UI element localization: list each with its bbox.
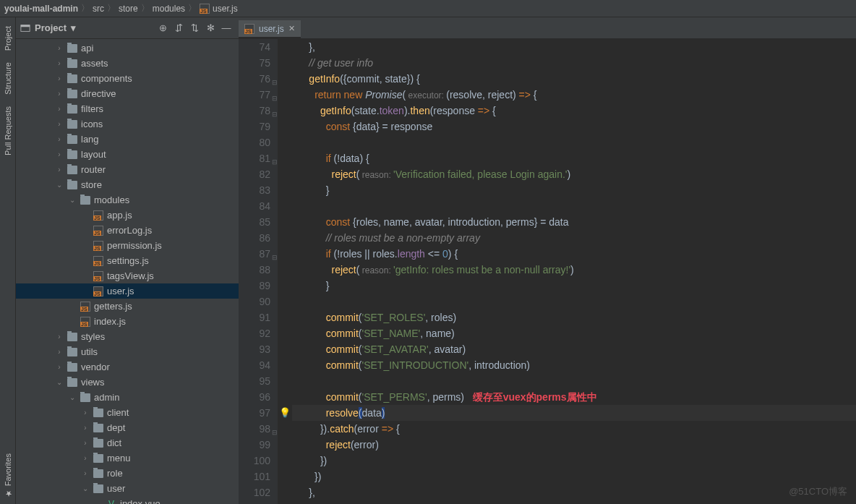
chevron-down-icon[interactable]: ⌄	[68, 393, 77, 401]
fold-icon[interactable]: ⊟	[270, 424, 278, 432]
tree-node[interactable]: permission.js	[16, 238, 239, 253]
tool-tab-project[interactable]: Project	[2, 20, 14, 56]
tree-node[interactable]: errorLog.js	[16, 223, 239, 238]
close-icon[interactable]: ✕	[288, 24, 295, 33]
code-line[interactable]: },	[292, 484, 856, 500]
chevron-right-icon[interactable]: ›	[55, 90, 64, 98]
tree-node[interactable]: tagsView.js	[16, 268, 239, 283]
breadcrumb-segment[interactable]: store	[119, 4, 138, 14]
project-tree[interactable]: ›api›assets›components›directive›filters…	[16, 39, 239, 504]
code-line[interactable]: reject( reason: 'Verification failed, pl…	[292, 166, 856, 182]
code-line[interactable]: 💡 resolve(data)	[292, 405, 856, 421]
chevron-right-icon[interactable]: ›	[55, 363, 64, 371]
breadcrumb-segment[interactable]: user.js	[200, 4, 238, 14]
code-line[interactable]	[292, 198, 856, 214]
code-line[interactable]: },	[292, 39, 856, 55]
fold-icon[interactable]: ⊟	[270, 74, 278, 82]
locate-icon[interactable]: ⊕	[155, 20, 171, 36]
tool-tab-pull-requests[interactable]: Pull Requests	[2, 101, 14, 161]
code-line[interactable]: reject(error)	[292, 437, 856, 453]
chevron-right-icon[interactable]: ›	[81, 424, 90, 432]
code-line[interactable]: reject( reason: 'getInfo: roles must be …	[292, 262, 856, 278]
fold-icon[interactable]: ⊟	[270, 249, 278, 257]
expand-all-icon[interactable]: ⇵	[171, 20, 187, 36]
code-line[interactable]: getInfo({commit, state}) {	[292, 71, 856, 87]
chevron-right-icon[interactable]: ›	[55, 348, 64, 356]
settings-icon[interactable]: ✻	[202, 20, 218, 36]
tree-node[interactable]: ⌄views	[16, 375, 239, 390]
project-panel-title[interactable]: Project ▾	[20, 22, 76, 33]
tool-tab-favorites[interactable]: ★ Favorites	[1, 448, 14, 504]
tree-node[interactable]: ⌄store	[16, 177, 239, 192]
chevron-down-icon[interactable]: ⌄	[55, 181, 64, 189]
code-line[interactable]: }	[292, 182, 856, 198]
tree-node[interactable]: ⌄admin	[16, 390, 239, 405]
code-line[interactable]: if (!data) {	[292, 150, 856, 166]
chevron-right-icon[interactable]: ›	[81, 469, 90, 477]
tree-node[interactable]: ›router	[16, 162, 239, 177]
code-line[interactable]: commit('SET_NAME', name)	[292, 325, 856, 341]
tree-node[interactable]: ›role	[16, 466, 239, 481]
tree-node[interactable]: getters.js	[16, 299, 239, 314]
tree-node[interactable]: ›styles	[16, 329, 239, 344]
chevron-right-icon[interactable]: ›	[55, 105, 64, 113]
breadcrumb-segment[interactable]: youlai-mall-admin	[4, 4, 78, 14]
code-line[interactable]: // get user info	[292, 55, 856, 71]
tree-node[interactable]: ›dept	[16, 420, 239, 435]
code-line[interactable]: }).catch(error => {	[292, 421, 856, 437]
editor-tab-user-js[interactable]: user.js ✕	[239, 20, 301, 38]
collapse-all-icon[interactable]: ⇅	[187, 20, 202, 36]
code-line[interactable]: }	[292, 278, 856, 294]
code-line[interactable]: commit('SET_PERMS', perms) 缓存至vuex的perms…	[292, 389, 856, 405]
tree-node[interactable]: ›utils	[16, 344, 239, 359]
tree-node[interactable]: ›icons	[16, 116, 239, 132]
tree-node[interactable]: ›client	[16, 405, 239, 420]
tree-node[interactable]: app.js	[16, 208, 239, 223]
code-line[interactable]: commit('SET_INTRODUCTION', introduction)	[292, 357, 856, 373]
bulb-icon[interactable]: 💡	[279, 405, 291, 421]
code-line[interactable]: })	[292, 469, 856, 484]
chevron-right-icon[interactable]: ›	[81, 454, 90, 462]
tree-node[interactable]: ›lang	[16, 132, 239, 147]
chevron-down-icon[interactable]: ⌄	[55, 378, 64, 386]
tree-node[interactable]: ›api	[16, 40, 239, 56]
tree-node[interactable]: ›assets	[16, 56, 239, 71]
code-line[interactable]: return new Promise( executor: (resolve, …	[292, 87, 856, 103]
tree-node[interactable]: ⌄user	[16, 481, 239, 496]
chevron-right-icon[interactable]: ›	[55, 120, 64, 128]
chevron-right-icon[interactable]: ›	[55, 150, 64, 158]
code-line[interactable]: commit('SET_ROLES', roles)	[292, 309, 856, 325]
chevron-down-icon[interactable]: ⌄	[81, 484, 90, 492]
code-line[interactable]	[292, 134, 856, 150]
tree-node[interactable]: ›vendor	[16, 359, 239, 375]
tree-node[interactable]: ›layout	[16, 147, 239, 162]
tree-node[interactable]: ›components	[16, 71, 239, 86]
breadcrumb-segment[interactable]: src	[93, 4, 104, 14]
chevron-right-icon[interactable]: ›	[81, 409, 90, 417]
chevron-right-icon[interactable]: ›	[55, 74, 64, 82]
fold-icon[interactable]: ⊟	[270, 106, 278, 114]
tree-node[interactable]: ⌄modules	[16, 192, 239, 208]
chevron-down-icon[interactable]: ⌄	[68, 196, 77, 204]
chevron-right-icon[interactable]: ›	[55, 59, 64, 67]
tree-node[interactable]: ›menu	[16, 450, 239, 466]
tree-node[interactable]: Vindex.vue	[16, 496, 239, 504]
code-line[interactable]: if (!roles || roles.length <= 0) {	[292, 246, 856, 262]
code-line[interactable]: const {data} = response	[292, 119, 856, 134]
code-line[interactable]	[292, 373, 856, 389]
code-line[interactable]: })	[292, 453, 856, 469]
tree-node[interactable]: user.js	[16, 283, 239, 299]
code-line[interactable]: commit('SET_AVATAR', avatar)	[292, 341, 856, 357]
code-line[interactable]: const {roles, name, avatar, introduction…	[292, 214, 856, 230]
tool-tab-structure[interactable]: Structure	[2, 56, 14, 101]
code-line[interactable]	[292, 294, 856, 309]
chevron-right-icon[interactable]: ›	[55, 44, 64, 52]
code-line[interactable]: getInfo(state.token).then(response => {	[292, 103, 856, 119]
code-area[interactable]: 747576⊟77⊟78⊟798081⊟828384858687⊟8889909…	[239, 39, 856, 504]
fold-icon[interactable]: ⊟	[270, 154, 278, 161]
breadcrumb-segment[interactable]: modules	[153, 4, 185, 14]
hide-icon[interactable]: —	[218, 20, 234, 36]
tree-node[interactable]: ›directive	[16, 86, 239, 101]
chevron-right-icon[interactable]: ›	[55, 166, 64, 174]
chevron-right-icon[interactable]: ›	[81, 439, 90, 447]
